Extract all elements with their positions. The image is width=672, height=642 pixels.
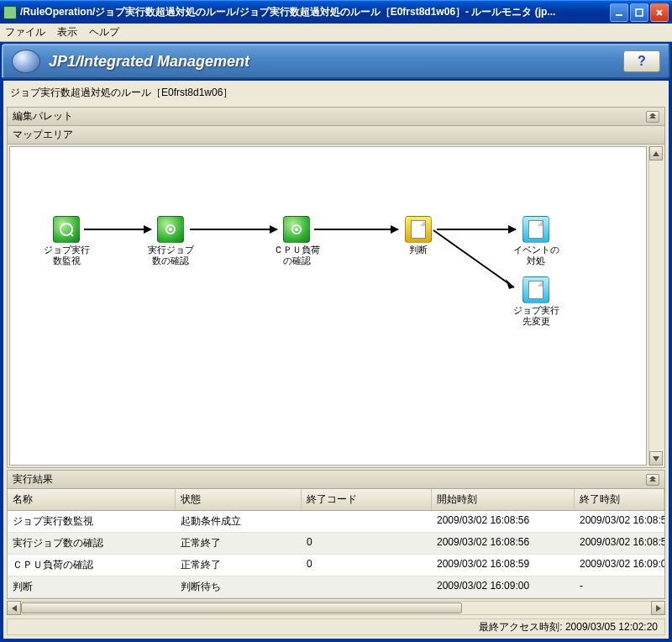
cell-state: 起動条件成立 xyxy=(176,511,302,532)
edit-palette-label: 編集パレット xyxy=(13,109,73,124)
results-table: 名称 状態 終了コード 開始時刻 終了時刻 ジョブ実行数監視起動条件成立2009… xyxy=(7,489,665,599)
node-label: ＣＰＵ負荷 の確認 xyxy=(274,245,320,266)
svg-marker-13 xyxy=(653,151,659,156)
menubar: ファイル 表示 ヘルプ xyxy=(0,24,672,42)
scroll-thumb[interactable] xyxy=(21,603,462,613)
table-row[interactable]: 実行ジョブ数の確認正常終了02009/03/02 16:08:562009/03… xyxy=(8,533,664,555)
node-job-monitor[interactable]: ジョブ実行 数監視 xyxy=(40,216,92,266)
results-label: 実行結果 xyxy=(13,472,53,487)
svg-marker-12 xyxy=(506,279,514,289)
menu-view[interactable]: 表示 xyxy=(57,25,77,39)
node-label: 判断 xyxy=(409,245,428,255)
cell-state: 正常終了 xyxy=(176,533,302,554)
svg-marker-18 xyxy=(656,605,661,612)
workflow-canvas[interactable]: ジョブ実行 数監視 実行ジョブ 数の確認 ＣＰＵ負荷 の確認 判断 xyxy=(9,146,647,466)
cell-exit xyxy=(302,576,432,597)
monitor-icon xyxy=(53,216,80,243)
titlebar: /RuleOperation/ジョブ実行数超過対処のルール/ジョブ実行数超過対処… xyxy=(0,0,672,24)
col-start[interactable]: 開始時刻 xyxy=(432,489,575,510)
horizontal-scrollbar[interactable] xyxy=(7,601,665,615)
cell-exit xyxy=(302,511,432,532)
svg-rect-0 xyxy=(616,14,622,16)
cell-exit: 0 xyxy=(302,555,432,576)
maximize-button[interactable] xyxy=(630,3,648,22)
col-name[interactable]: 名称 xyxy=(8,489,176,510)
status-bar: 最終アクセス時刻: 2009/03/05 12:02:20 xyxy=(7,618,665,635)
svg-marker-17 xyxy=(12,605,17,612)
scroll-track[interactable] xyxy=(21,601,651,615)
map-area-header: マップエリア xyxy=(8,126,664,145)
cell-exit: 0 xyxy=(302,533,432,554)
vertical-scrollbar[interactable] xyxy=(648,146,663,466)
col-end[interactable]: 終了時刻 xyxy=(575,489,664,510)
svg-marker-5 xyxy=(649,113,656,116)
cell-name: ジョブ実行数監視 xyxy=(8,511,176,532)
cell-start: 2009/03/02 16:08:56 xyxy=(432,533,575,554)
cell-start: 2009/03/02 16:08:56 xyxy=(432,511,575,532)
status-label: 最終アクセス時刻: xyxy=(479,620,562,634)
col-exit[interactable]: 終了コード xyxy=(302,489,432,510)
node-label: ジョブ実行 数監視 xyxy=(44,245,90,266)
cell-end: 2009/03/02 16:09:00 xyxy=(575,555,664,576)
edit-palette-header[interactable]: 編集パレット xyxy=(7,107,665,126)
cell-name: 判断 xyxy=(8,576,176,597)
cell-state: 判断待ち xyxy=(176,576,302,597)
table-header-row: 名称 状態 終了コード 開始時刻 終了時刻 xyxy=(8,489,664,511)
gear-icon xyxy=(283,216,310,243)
table-row[interactable]: 判断判断待ち2009/03/02 16:09:00- xyxy=(8,576,664,598)
cell-start: 2009/03/02 16:09:00 xyxy=(432,576,575,597)
expand-icon[interactable] xyxy=(646,474,659,486)
expand-icon[interactable] xyxy=(646,111,659,123)
cell-end: - xyxy=(575,576,664,597)
results-header[interactable]: 実行結果 xyxy=(7,470,665,489)
cell-name: ＣＰＵ負荷の確認 xyxy=(8,555,176,576)
menu-help[interactable]: ヘルプ xyxy=(89,25,119,39)
scroll-right-icon[interactable] xyxy=(651,601,665,615)
gear-icon xyxy=(157,216,184,243)
cell-start: 2009/03/02 16:08:59 xyxy=(432,555,575,576)
arrow xyxy=(84,229,151,230)
scroll-down-icon[interactable] xyxy=(649,451,663,466)
svg-point-10 xyxy=(295,228,298,231)
app-icon xyxy=(3,6,17,19)
document-icon xyxy=(405,216,432,243)
node-job-count-check[interactable]: 実行ジョブ 数の確認 xyxy=(144,216,197,266)
node-label: 実行ジョブ 数の確認 xyxy=(148,245,194,266)
svg-marker-16 xyxy=(649,476,656,479)
close-button[interactable] xyxy=(650,3,669,22)
node-cpu-check[interactable]: ＣＰＵ負荷 の確認 xyxy=(270,216,323,266)
status-time: 2009/03/05 12:02:20 xyxy=(565,621,658,633)
cell-end: 2009/03/02 16:08:56 xyxy=(575,511,664,532)
svg-line-11 xyxy=(433,230,514,287)
product-logo-icon xyxy=(12,50,40,73)
col-state[interactable]: 状態 xyxy=(176,489,302,510)
minimize-button[interactable] xyxy=(610,3,628,22)
help-button[interactable]: ? xyxy=(623,50,660,72)
arrow xyxy=(190,229,277,230)
svg-point-8 xyxy=(169,228,172,231)
menu-file[interactable]: ファイル xyxy=(5,25,45,39)
table-row[interactable]: ＣＰＵ負荷の確認正常終了02009/03/02 16:08:592009/03/… xyxy=(8,555,664,576)
arrow-diagonal xyxy=(430,229,527,296)
svg-marker-14 xyxy=(653,456,659,461)
cell-state: 正常終了 xyxy=(176,555,302,576)
svg-rect-1 xyxy=(636,9,643,16)
product-name: JP1/Integrated Management xyxy=(49,53,623,71)
window-title: /RuleOperation/ジョブ実行数超過対処のルール/ジョブ実行数超過対処… xyxy=(20,5,610,19)
rule-path: ジョブ実行数超過対処のルール［E0frst8d1w06］ xyxy=(3,81,669,105)
scroll-left-icon[interactable] xyxy=(7,601,21,615)
product-banner: JP1/Integrated Management ? xyxy=(2,44,670,79)
scroll-up-icon[interactable] xyxy=(649,146,663,160)
scroll-track[interactable] xyxy=(649,160,663,451)
arrow xyxy=(314,229,398,230)
cell-end: 2009/03/02 16:08:59 xyxy=(575,533,664,554)
cell-name: 実行ジョブ数の確認 xyxy=(8,533,176,554)
node-label: ジョブ実行 先変更 xyxy=(513,305,559,327)
table-row[interactable]: ジョブ実行数監視起動条件成立2009/03/02 16:08:562009/03… xyxy=(8,511,664,533)
